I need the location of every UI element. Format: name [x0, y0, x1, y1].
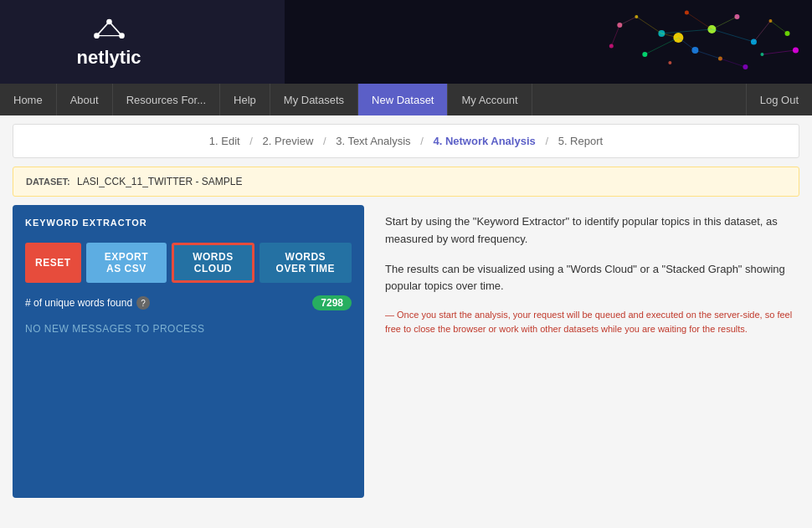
step-report[interactable]: 5. Report	[558, 135, 603, 147]
info-para2: The results can be visualized using a "W…	[385, 261, 795, 296]
nav-my-account[interactable]: My Account	[448, 84, 532, 115]
unique-words-count: 7298	[312, 295, 352, 310]
reset-button[interactable]: RESET	[25, 243, 81, 283]
main-content: KEYWORD EXTRACTOR RESET EXPORT AS CSV WO…	[13, 205, 799, 498]
sep1: /	[249, 135, 253, 147]
info-panel: Start by using the "Keyword Extractor" t…	[381, 205, 799, 498]
unique-words-text: # of unique words found	[25, 297, 132, 309]
keyword-extractor-panel: KEYWORD EXTRACTOR RESET EXPORT AS CSV WO…	[13, 205, 364, 498]
logo-text: netlytic	[76, 47, 141, 69]
breadcrumb: 1. Edit / 2. Preview / 3. Text Analysis …	[13, 124, 799, 158]
no-messages-text: NO NEW MESSAGES TO PROCESS	[25, 323, 352, 335]
sep3: /	[420, 135, 424, 147]
svg-point-11	[642, 52, 647, 57]
header: netlytic	[0, 0, 812, 84]
dataset-label: DATASET:	[26, 177, 70, 187]
words-over-time-button[interactable]: WORDS OVER TIME	[260, 243, 352, 283]
nav-my-datasets[interactable]: My Datasets	[270, 84, 358, 115]
dataset-name: LASI_CCK_11_TWITTER - SAMPLE	[77, 176, 242, 187]
info-para1: Start by using the "Keyword Extractor" t…	[385, 213, 795, 249]
dataset-info-bar: DATASET: LASI_CCK_11_TWITTER - SAMPLE	[13, 167, 799, 197]
keyword-btn-row: RESET EXPORT AS CSV WORDS CLOUD WORDS OV…	[25, 243, 352, 283]
unique-words-label-group: # of unique words found ?	[25, 296, 150, 310]
nav-help[interactable]: Help	[220, 84, 270, 115]
navbar: Home About Resources For... Help My Data…	[0, 84, 812, 115]
sep2: /	[323, 135, 326, 147]
nav-logout[interactable]: Log Out	[746, 84, 812, 115]
words-cloud-button[interactable]: WORDS CLOUD	[172, 243, 254, 283]
step-text-analysis[interactable]: 3. Text Analysis	[336, 135, 410, 147]
network-bg	[285, 0, 813, 84]
logo-icon	[88, 16, 130, 45]
svg-line-38	[109, 22, 121, 36]
keyword-extractor-title: KEYWORD EXTRACTOR	[25, 218, 352, 228]
export-csv-button[interactable]: EXPORT AS CSV	[86, 243, 167, 283]
step-preview[interactable]: 2. Preview	[263, 135, 314, 147]
step-edit[interactable]: 1. Edit	[209, 135, 240, 147]
svg-point-12	[668, 61, 671, 64]
nav-new-dataset[interactable]: New Dataset	[358, 84, 448, 115]
sep4: /	[545, 135, 548, 147]
svg-point-17	[792, 48, 798, 54]
nav-resources[interactable]: Resources For...	[113, 84, 220, 115]
nav-about[interactable]: About	[57, 84, 113, 115]
unique-words-row: # of unique words found ? 7298	[25, 295, 352, 310]
svg-point-9	[784, 31, 789, 36]
logo: netlytic	[76, 16, 141, 69]
info-warning: Once you start the analysis, your reques…	[385, 308, 795, 336]
svg-line-37	[96, 22, 109, 36]
help-icon[interactable]: ?	[136, 296, 150, 310]
step-network-analysis[interactable]: 4. Network Analysis	[433, 135, 535, 147]
svg-rect-0	[285, 0, 813, 84]
nav-home[interactable]: Home	[0, 84, 57, 115]
